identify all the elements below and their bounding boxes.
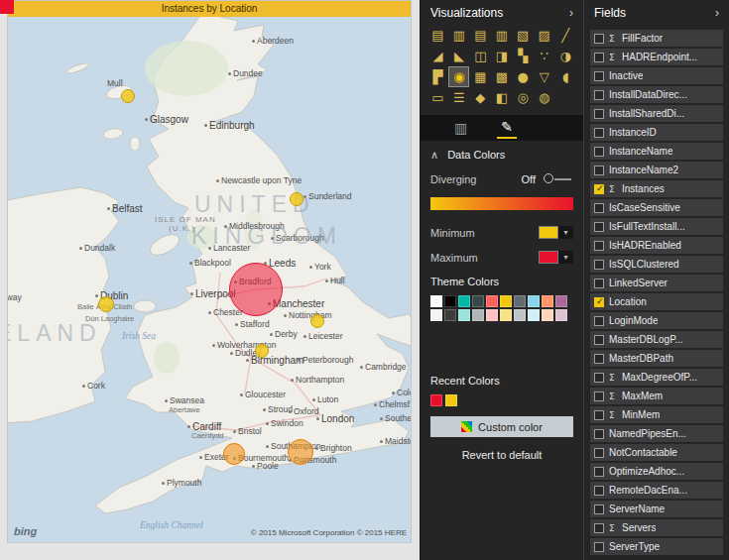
- field-row[interactable]: LoginMode: [590, 312, 723, 329]
- chevron-down-icon[interactable]: ▾: [558, 226, 573, 239]
- visualization-type-icon[interactable]: ▦: [471, 67, 490, 86]
- theme-color-swatch[interactable]: [555, 309, 567, 321]
- visualization-type-icon[interactable]: ◣: [449, 47, 468, 65]
- map-bubble[interactable]: [121, 89, 135, 103]
- minimum-color-dropdown[interactable]: ▾: [539, 226, 573, 239]
- field-row[interactable]: OptimizeAdhoc...: [590, 463, 723, 480]
- field-checkbox[interactable]: [594, 486, 604, 496]
- field-row[interactable]: InstallDataDirec...: [590, 86, 723, 103]
- field-checkbox[interactable]: [594, 241, 604, 251]
- field-checkbox[interactable]: [594, 448, 604, 458]
- format-tab[interactable]: ✎: [497, 117, 517, 139]
- field-checkbox[interactable]: [594, 429, 604, 439]
- custom-color-button[interactable]: Custom color: [430, 416, 573, 437]
- field-checkbox[interactable]: [594, 504, 604, 514]
- theme-color-swatch[interactable]: [458, 295, 470, 307]
- visualization-type-icon[interactable]: ◢: [428, 47, 447, 65]
- theme-color-swatch[interactable]: [458, 309, 470, 321]
- field-checkbox[interactable]: [594, 335, 604, 345]
- field-checkbox[interactable]: [594, 297, 604, 307]
- visualization-type-icon[interactable]: ◧: [492, 88, 511, 107]
- visualization-type-icon[interactable]: ╱: [556, 26, 575, 45]
- visualization-type-icon[interactable]: ◖: [556, 67, 575, 86]
- field-row[interactable]: Servers: [590, 519, 723, 536]
- theme-color-swatch[interactable]: [444, 309, 456, 321]
- map-bubble[interactable]: [288, 439, 313, 465]
- visualization-type-icon[interactable]: ◎: [514, 88, 533, 107]
- visualization-type-icon[interactable]: ∵: [535, 47, 553, 65]
- revert-to-default-button[interactable]: Revert to default: [430, 449, 573, 461]
- field-checkbox[interactable]: [594, 203, 604, 213]
- visualization-type-icon[interactable]: ▤: [471, 26, 490, 45]
- map-bubble[interactable]: [229, 263, 283, 316]
- field-row[interactable]: LinkedServer: [590, 275, 723, 291]
- field-checkbox[interactable]: [594, 147, 604, 157]
- field-checkbox[interactable]: [594, 279, 604, 288]
- field-row[interactable]: Instances: [590, 180, 723, 197]
- visualization-type-icon[interactable]: ◆: [471, 88, 490, 107]
- theme-color-swatch[interactable]: [472, 295, 484, 307]
- visualization-type-icon[interactable]: ●: [514, 67, 533, 86]
- map-visual[interactable]: Instances by Location: [7, 0, 412, 543]
- visualization-type-icon[interactable]: ◍: [535, 88, 553, 107]
- recent-color-swatch[interactable]: [430, 394, 442, 406]
- field-row[interactable]: IsCaseSensitive: [590, 199, 723, 216]
- field-row[interactable]: Location: [590, 293, 723, 310]
- theme-color-swatch[interactable]: [486, 309, 498, 321]
- recent-color-swatch[interactable]: [445, 394, 457, 406]
- visualization-type-icon[interactable]: ◑: [556, 47, 575, 65]
- field-row[interactable]: ServerName: [590, 501, 723, 517]
- theme-color-swatch[interactable]: [555, 295, 567, 307]
- theme-color-swatch[interactable]: [444, 295, 456, 307]
- maximum-color-dropdown[interactable]: ▾: [539, 251, 573, 264]
- collapse-pane-icon[interactable]: ›: [569, 6, 573, 20]
- visualization-type-icon[interactable]: ▥: [492, 26, 511, 45]
- theme-color-swatch[interactable]: [528, 309, 540, 321]
- theme-color-swatch[interactable]: [430, 295, 442, 307]
- maximum-color-swatch[interactable]: [539, 251, 558, 264]
- field-checkbox[interactable]: [594, 34, 604, 44]
- theme-color-swatch[interactable]: [500, 295, 512, 307]
- minimum-color-swatch[interactable]: [539, 226, 558, 239]
- field-checkbox[interactable]: [594, 71, 604, 81]
- visualization-type-icon[interactable]: ▽: [535, 67, 553, 86]
- field-row[interactable]: IsHADREnabled: [590, 237, 723, 254]
- visualization-type-icon[interactable]: ▭: [428, 88, 447, 107]
- field-checkbox[interactable]: [594, 316, 604, 326]
- theme-color-swatch[interactable]: [472, 309, 484, 321]
- visualization-type-icon[interactable]: ▚: [514, 47, 533, 65]
- field-row[interactable]: IsSQLClustered: [590, 256, 723, 273]
- theme-color-swatch[interactable]: [514, 309, 526, 321]
- field-row[interactable]: InstanceName2: [590, 162, 723, 178]
- field-checkbox[interactable]: [594, 53, 604, 62]
- field-checkbox[interactable]: [594, 184, 604, 194]
- theme-color-swatch[interactable]: [542, 295, 553, 307]
- theme-color-swatch[interactable]: [528, 295, 540, 307]
- theme-color-swatch[interactable]: [430, 309, 442, 321]
- field-row[interactable]: Inactive: [590, 67, 723, 84]
- field-row[interactable]: MaxMem: [590, 388, 723, 404]
- map-bubble[interactable]: [255, 344, 269, 358]
- field-checkbox[interactable]: [594, 542, 604, 552]
- data-colors-section-header[interactable]: ∧ Data Colors: [430, 149, 573, 162]
- theme-color-swatch[interactable]: [542, 309, 553, 321]
- field-row[interactable]: MinMem: [590, 406, 723, 423]
- visualization-type-icon[interactable]: ◉: [449, 67, 468, 86]
- field-checkbox[interactable]: [594, 467, 604, 477]
- field-row[interactable]: ServerType: [590, 538, 723, 555]
- map-bubble[interactable]: [98, 296, 114, 312]
- field-row[interactable]: InstanceName: [590, 143, 723, 160]
- field-row[interactable]: MasterDBPath: [590, 350, 723, 367]
- field-row[interactable]: MasterDBLogP...: [590, 331, 723, 348]
- diverging-toggle[interactable]: [544, 173, 573, 185]
- field-row[interactable]: RemoteDacEna...: [590, 482, 723, 499]
- field-checkbox[interactable]: [594, 222, 604, 232]
- field-checkbox[interactable]: [594, 373, 604, 383]
- field-row[interactable]: NotContactable: [590, 444, 723, 461]
- bing-logo[interactable]: bing: [14, 525, 37, 537]
- visualization-type-icon[interactable]: ▤: [428, 26, 447, 45]
- visualization-type-icon[interactable]: ▩: [492, 67, 511, 86]
- visualization-type-icon[interactable]: ◨: [492, 47, 511, 65]
- field-checkbox[interactable]: [594, 354, 604, 364]
- field-row[interactable]: InstanceID: [590, 124, 723, 141]
